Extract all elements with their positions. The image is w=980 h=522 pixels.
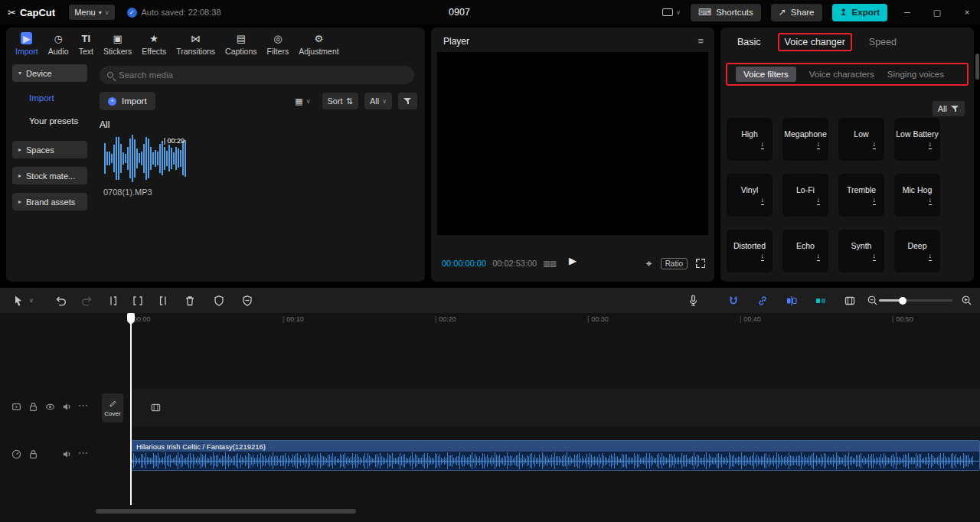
horizontal-scrollbar[interactable] <box>96 509 356 514</box>
ruler-label: 00:10 <box>283 315 304 323</box>
select-tool-chevron-icon[interactable]: ∨ <box>27 288 36 313</box>
voice-filter-tremble[interactable]: Tremble↓ <box>838 174 884 217</box>
download-icon: ↓ <box>817 141 821 149</box>
lock-icon[interactable] <box>28 401 39 413</box>
more-icon[interactable]: ⋯ <box>78 447 88 458</box>
tab-transitions[interactable]: ⋈ Transitions <box>176 32 215 56</box>
split-button[interactable] <box>129 288 147 313</box>
tab-voice-changer[interactable]: Voice changer <box>778 33 852 51</box>
playhead-handle[interactable] <box>127 313 135 321</box>
speaker-icon[interactable] <box>61 401 73 413</box>
auto-ripple-toggle-button[interactable] <box>812 288 830 313</box>
minimize-button[interactable]: ─ <box>897 0 917 24</box>
mask-button[interactable] <box>210 288 228 313</box>
tab-basic[interactable]: Basic <box>737 37 761 47</box>
shortcuts-button[interactable]: ⌨ Shortcuts <box>691 4 761 21</box>
subtab-voice-characters[interactable]: Voice characters <box>809 70 874 79</box>
total-duration: 00:02:53:00 <box>492 259 537 268</box>
tab-stickers[interactable]: ▣ Stickers <box>103 32 132 56</box>
sidebar-item-import[interactable]: Import <box>29 93 54 103</box>
eye-icon[interactable] <box>44 401 56 413</box>
close-button[interactable]: × <box>957 0 977 24</box>
split-left-button[interactable] <box>103 288 122 313</box>
voice-filter-label: Tremble <box>847 185 876 195</box>
all-filter-button[interactable]: All ∨ <box>364 93 392 109</box>
video-preview[interactable] <box>437 52 708 235</box>
split-right-button[interactable] <box>155 288 173 313</box>
tab-audio[interactable]: ◷ Audio <box>48 32 69 56</box>
voice-filter-deep[interactable]: Deep↓ <box>894 230 940 272</box>
chevron-down-icon: ∨ <box>676 9 681 16</box>
redo-button[interactable] <box>77 288 96 313</box>
voice-filter-mic-hog[interactable]: Mic Hog↓ <box>894 174 940 217</box>
ratio-button[interactable]: Ratio <box>661 258 688 269</box>
media-clip[interactable]: 00:29 0708(1).MP3 <box>103 135 188 197</box>
snap-toggle-button[interactable] <box>724 288 743 313</box>
tab-captions[interactable]: ▤ Captions <box>225 32 256 56</box>
download-icon: ↓ <box>817 253 821 261</box>
record-voiceover-button[interactable] <box>684 288 702 313</box>
voice-filter-synth[interactable]: Synth↓ <box>838 230 884 272</box>
delete-button[interactable] <box>181 288 199 313</box>
lock-icon[interactable] <box>28 449 39 460</box>
grid-view-button[interactable]: ▦ ∨ <box>289 93 315 109</box>
timeline-ruler[interactable]: 00:00 00:10 00:20 00:30 00:40 00:50 <box>0 313 980 326</box>
play-button[interactable]: ▶ <box>569 255 577 266</box>
cover-button[interactable]: Cover <box>102 393 123 422</box>
import-media-button[interactable]: + Import <box>100 92 155 110</box>
focus-icon[interactable]: ⌖ <box>646 257 652 270</box>
tab-import[interactable]: ▶ Import <box>15 32 38 56</box>
sort-button[interactable]: Sort ⇅ <box>322 93 358 109</box>
timeline-preview-frames-button[interactable] <box>841 288 859 313</box>
select-tool-button[interactable] <box>9 288 28 313</box>
search-input[interactable] <box>119 70 407 80</box>
audio-clip[interactable]: Hilarious Irish Celtic / Fantasy(1219216… <box>131 440 980 471</box>
zoom-slider[interactable] <box>879 299 952 302</box>
sidebar-item-brand-assets[interactable]: ▸ Brand assets <box>12 193 87 210</box>
clip-filename: 0708(1).MP3 <box>103 188 188 197</box>
sidebar-item-stock-materials[interactable]: ▸ Stock mate... <box>12 167 87 184</box>
display-mode-button[interactable]: ∨ <box>662 8 681 16</box>
vertical-scrollbar[interactable] <box>975 54 979 80</box>
tab-filters[interactable]: ◎ Filters <box>267 32 289 56</box>
subtab-voice-filters[interactable]: Voice filters <box>736 67 796 82</box>
tab-speed[interactable]: Speed <box>869 37 897 47</box>
voice-filter-low-battery[interactable]: Low Battery↓ <box>894 118 940 161</box>
zoom-slider-knob[interactable] <box>899 297 906 305</box>
frame-preview-icon[interactable]: ▥▥ <box>543 259 556 268</box>
fullscreen-button[interactable] <box>696 259 705 268</box>
sidebar-item-device[interactable]: ▾ Device <box>12 64 87 82</box>
share-button[interactable]: ↗ Share <box>771 4 822 21</box>
export-button[interactable]: ↥ Export <box>832 4 887 21</box>
playhead-line[interactable] <box>130 313 132 505</box>
mask-invert-button[interactable] <box>238 288 256 313</box>
voice-filter-all-button[interactable]: All <box>933 101 965 116</box>
video-track[interactable] <box>131 389 980 426</box>
video-track-icon[interactable] <box>11 401 22 413</box>
tab-effects[interactable]: ★ Effects <box>142 32 166 56</box>
subtab-singing-voices[interactable]: Singing voices <box>887 70 944 79</box>
player-menu-icon[interactable]: ≡ <box>697 35 704 47</box>
voice-filter-distorted[interactable]: Distorted↓ <box>727 230 773 272</box>
restore-button[interactable]: ▢ <box>927 0 947 24</box>
zoom-in-button[interactable] <box>957 288 975 313</box>
undo-button[interactable] <box>52 288 70 313</box>
more-icon[interactable]: ⋯ <box>78 400 88 411</box>
tab-adjustment[interactable]: ⚙ Adjustment <box>299 32 339 56</box>
speaker-icon[interactable] <box>61 449 73 460</box>
menu-button[interactable]: Menu ▾ ∨ <box>69 5 114 20</box>
preview-axis-toggle-button[interactable] <box>782 288 801 313</box>
sidebar-item-your-presets[interactable]: Your presets <box>29 116 78 126</box>
filter-button[interactable] <box>398 93 417 109</box>
voice-filter-vinyl[interactable]: Vinyl↓ <box>727 174 773 217</box>
audio-track-icon[interactable] <box>11 449 22 460</box>
tab-text[interactable]: TI Text <box>79 32 93 56</box>
voice-filter-high[interactable]: High↓ <box>727 118 773 161</box>
search-bar[interactable] <box>100 66 414 84</box>
voice-filter-echo[interactable]: Echo↓ <box>782 230 828 272</box>
sidebar-item-spaces[interactable]: ▸ Spaces <box>12 141 87 158</box>
voice-filter-low[interactable]: Low↓ <box>838 118 884 161</box>
linkage-toggle-button[interactable] <box>753 288 772 313</box>
voice-filter-lo-fi[interactable]: Lo-Fi↓ <box>782 174 828 217</box>
voice-filter-megaphone[interactable]: Megaphone↓ <box>782 118 828 161</box>
